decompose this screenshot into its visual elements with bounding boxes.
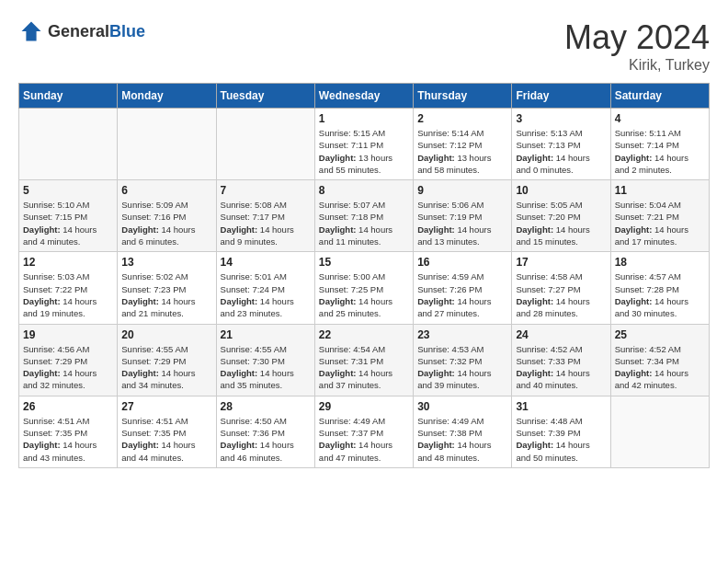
day-number: 23 (417, 328, 507, 341)
day-number: 12 (23, 256, 113, 269)
day-info: Sunrise: 5:04 AMSunset: 7:21 PMDaylight:… (615, 199, 705, 247)
calendar-week-row: 12Sunrise: 5:03 AMSunset: 7:22 PMDayligh… (19, 252, 710, 324)
day-number: 4 (615, 112, 705, 125)
day-number: 2 (417, 112, 507, 125)
day-info: Sunrise: 5:06 AMSunset: 7:19 PMDaylight:… (417, 199, 507, 247)
day-info: Sunrise: 5:07 AMSunset: 7:18 PMDaylight:… (319, 199, 409, 247)
calendar-cell: 19Sunrise: 4:56 AMSunset: 7:29 PMDayligh… (19, 324, 118, 396)
day-number: 17 (516, 256, 606, 269)
day-number: 27 (121, 400, 211, 413)
day-number: 24 (516, 328, 606, 341)
calendar-cell: 28Sunrise: 4:50 AMSunset: 7:36 PMDayligh… (216, 396, 314, 467)
calendar-cell: 24Sunrise: 4:52 AMSunset: 7:33 PMDayligh… (512, 324, 610, 396)
day-info: Sunrise: 4:52 AMSunset: 7:33 PMDaylight:… (516, 343, 606, 392)
calendar-cell: 18Sunrise: 4:57 AMSunset: 7:28 PMDayligh… (610, 252, 709, 324)
day-info: Sunrise: 4:55 AMSunset: 7:29 PMDaylight:… (121, 343, 211, 392)
day-info: Sunrise: 5:01 AMSunset: 7:24 PMDaylight:… (221, 270, 311, 319)
day-info: Sunrise: 4:51 AMSunset: 7:35 PMDaylight:… (121, 415, 211, 464)
day-info: Sunrise: 4:48 AMSunset: 7:39 PMDaylight:… (516, 415, 606, 464)
calendar-cell: 14Sunrise: 5:01 AMSunset: 7:24 PMDayligh… (216, 252, 314, 324)
day-info: Sunrise: 4:59 AMSunset: 7:26 PMDaylight:… (417, 270, 507, 319)
title-block: May 2024 Kirik, Turkey (564, 18, 710, 74)
calendar-cell: 29Sunrise: 4:49 AMSunset: 7:37 PMDayligh… (314, 396, 413, 467)
calendar-cell: 11Sunrise: 5:04 AMSunset: 7:21 PMDayligh… (610, 180, 709, 252)
day-info: Sunrise: 5:15 AMSunset: 7:11 PMDaylight:… (319, 127, 409, 176)
day-number: 26 (23, 400, 113, 413)
svg-marker-0 (22, 22, 41, 41)
calendar-cell: 30Sunrise: 4:49 AMSunset: 7:38 PMDayligh… (414, 396, 512, 467)
day-info: Sunrise: 4:49 AMSunset: 7:37 PMDaylight:… (319, 415, 409, 464)
day-number: 18 (615, 256, 705, 269)
day-info: Sunrise: 5:14 AMSunset: 7:12 PMDaylight:… (417, 127, 507, 176)
calendar-cell: 26Sunrise: 4:51 AMSunset: 7:35 PMDayligh… (19, 396, 118, 467)
calendar-cell: 13Sunrise: 5:02 AMSunset: 7:23 PMDayligh… (118, 252, 216, 324)
day-number: 21 (221, 328, 311, 341)
day-info: Sunrise: 5:11 AMSunset: 7:14 PMDaylight:… (615, 127, 705, 176)
weekday-header-saturday: Saturday (610, 84, 709, 109)
calendar-header-row: SundayMondayTuesdayWednesdayThursdayFrid… (19, 84, 710, 109)
day-number: 31 (516, 400, 606, 413)
day-info: Sunrise: 4:57 AMSunset: 7:28 PMDaylight:… (615, 270, 705, 319)
day-number: 9 (417, 184, 507, 197)
weekday-header-friday: Friday (512, 84, 610, 109)
calendar-cell: 8Sunrise: 5:07 AMSunset: 7:18 PMDaylight… (314, 180, 413, 252)
calendar-week-row: 5Sunrise: 5:10 AMSunset: 7:15 PMDaylight… (19, 180, 710, 252)
day-info: Sunrise: 5:08 AMSunset: 7:17 PMDaylight:… (221, 199, 311, 247)
calendar-table: SundayMondayTuesdayWednesdayThursdayFrid… (18, 83, 710, 468)
calendar-cell: 9Sunrise: 5:06 AMSunset: 7:19 PMDaylight… (414, 180, 512, 252)
day-info: Sunrise: 5:00 AMSunset: 7:25 PMDaylight:… (319, 270, 409, 319)
calendar-cell (19, 109, 118, 180)
calendar-cell: 23Sunrise: 4:53 AMSunset: 7:32 PMDayligh… (414, 324, 512, 396)
calendar-cell (216, 109, 314, 180)
day-info: Sunrise: 4:54 AMSunset: 7:31 PMDaylight:… (319, 343, 409, 392)
day-number: 25 (615, 328, 705, 341)
day-number: 10 (516, 184, 606, 197)
page-header: GeneralBlue May 2024 Kirik, Turkey (18, 18, 710, 74)
calendar-week-row: 19Sunrise: 4:56 AMSunset: 7:29 PMDayligh… (19, 324, 710, 396)
day-info: Sunrise: 4:50 AMSunset: 7:36 PMDaylight:… (221, 415, 311, 464)
calendar-cell: 2Sunrise: 5:14 AMSunset: 7:12 PMDaylight… (414, 109, 512, 180)
calendar-cell (118, 109, 216, 180)
logo-blue-text: Blue (109, 22, 145, 40)
calendar-week-row: 1Sunrise: 5:15 AMSunset: 7:11 PMDaylight… (19, 109, 710, 180)
day-number: 6 (121, 184, 211, 197)
calendar-cell: 5Sunrise: 5:10 AMSunset: 7:15 PMDaylight… (19, 180, 118, 252)
weekday-header-wednesday: Wednesday (314, 84, 413, 109)
day-number: 22 (319, 328, 409, 341)
calendar-cell: 17Sunrise: 4:58 AMSunset: 7:27 PMDayligh… (512, 252, 610, 324)
day-info: Sunrise: 4:52 AMSunset: 7:34 PMDaylight:… (615, 343, 705, 392)
day-number: 1 (319, 112, 409, 125)
day-info: Sunrise: 4:53 AMSunset: 7:32 PMDaylight:… (417, 343, 507, 392)
calendar-week-row: 26Sunrise: 4:51 AMSunset: 7:35 PMDayligh… (19, 396, 710, 467)
day-info: Sunrise: 5:05 AMSunset: 7:20 PMDaylight:… (516, 199, 606, 247)
day-number: 30 (417, 400, 507, 413)
weekday-header-thursday: Thursday (414, 84, 512, 109)
day-info: Sunrise: 5:03 AMSunset: 7:22 PMDaylight:… (23, 270, 113, 319)
day-number: 20 (121, 328, 211, 341)
calendar-cell: 20Sunrise: 4:55 AMSunset: 7:29 PMDayligh… (118, 324, 216, 396)
calendar-cell: 6Sunrise: 5:09 AMSunset: 7:16 PMDaylight… (118, 180, 216, 252)
day-info: Sunrise: 4:55 AMSunset: 7:30 PMDaylight:… (221, 343, 311, 392)
calendar-cell: 4Sunrise: 5:11 AMSunset: 7:14 PMDaylight… (610, 109, 709, 180)
day-number: 19 (23, 328, 113, 341)
day-number: 3 (516, 112, 606, 125)
calendar-cell: 25Sunrise: 4:52 AMSunset: 7:34 PMDayligh… (610, 324, 709, 396)
day-number: 29 (319, 400, 409, 413)
calendar-cell (610, 396, 709, 467)
calendar-cell: 12Sunrise: 5:03 AMSunset: 7:22 PMDayligh… (19, 252, 118, 324)
day-info: Sunrise: 5:09 AMSunset: 7:16 PMDaylight:… (121, 199, 211, 247)
calendar-cell: 21Sunrise: 4:55 AMSunset: 7:30 PMDayligh… (216, 324, 314, 396)
calendar-cell: 31Sunrise: 4:48 AMSunset: 7:39 PMDayligh… (512, 396, 610, 467)
calendar-cell: 1Sunrise: 5:15 AMSunset: 7:11 PMDaylight… (314, 109, 413, 180)
day-number: 8 (319, 184, 409, 197)
day-number: 5 (23, 184, 113, 197)
day-number: 14 (221, 256, 311, 269)
calendar-cell: 16Sunrise: 4:59 AMSunset: 7:26 PMDayligh… (414, 252, 512, 324)
weekday-header-tuesday: Tuesday (216, 84, 314, 109)
day-number: 15 (319, 256, 409, 269)
calendar-cell: 27Sunrise: 4:51 AMSunset: 7:35 PMDayligh… (118, 396, 216, 467)
day-number: 7 (221, 184, 311, 197)
logo-icon (18, 18, 44, 44)
day-info: Sunrise: 4:49 AMSunset: 7:38 PMDaylight:… (417, 415, 507, 464)
calendar-cell: 7Sunrise: 5:08 AMSunset: 7:17 PMDaylight… (216, 180, 314, 252)
